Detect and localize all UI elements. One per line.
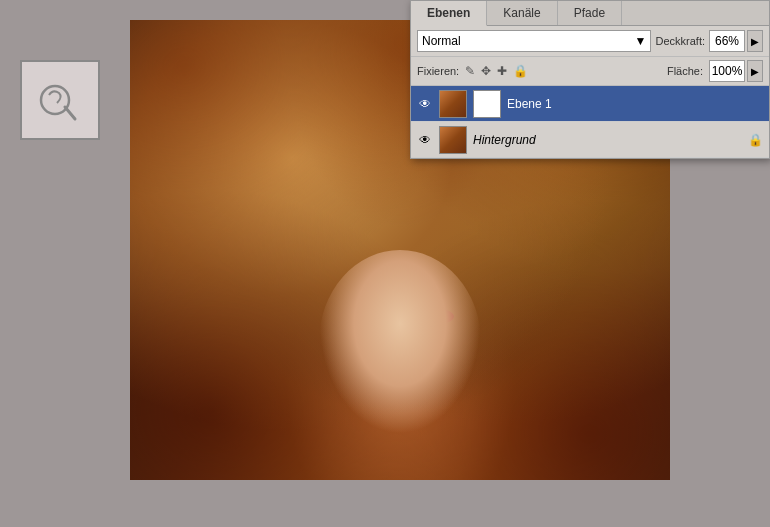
fix-label: Fixieren: <box>417 65 459 77</box>
opacity-value-group: 66% ▶ <box>709 30 763 52</box>
svg-point-0 <box>41 86 69 114</box>
tool-thumbnail <box>20 60 100 140</box>
fix-icon-lock[interactable]: 🔒 <box>513 64 528 78</box>
layer-row-hintergrund[interactable]: 👁 Hintergrund 🔒 <box>411 122 769 158</box>
photo-face <box>319 250 481 434</box>
layer-name-hintergrund: Hintergrund <box>473 133 742 147</box>
flaeche-value-group: 100% ▶ <box>709 60 763 82</box>
tab-ebenen[interactable]: Ebenen <box>411 1 487 26</box>
fix-row: Fixieren: ✎ ✥ ✚ 🔒 Fläche: 100% ▶ <box>411 57 769 86</box>
layer-thumb-hintergrund <box>439 126 467 154</box>
blend-mode-row: Normal ▼ Deckkraft: 66% ▶ <box>411 26 769 57</box>
layer-mask-ebene1 <box>473 90 501 118</box>
eye-icon-hintergrund[interactable]: 👁 <box>417 132 433 148</box>
tabs-row: Ebenen Kanäle Pfade <box>411 1 769 26</box>
layer-thumb-ebene1 <box>439 90 467 118</box>
tool-icon <box>35 75 85 125</box>
eye-icon-ebene1[interactable]: 👁 <box>417 96 433 112</box>
flaeche-input[interactable]: 100% <box>709 60 745 82</box>
blend-mode-arrow: ▼ <box>635 34 647 48</box>
layer-name-ebene1: Ebene 1 <box>507 97 763 111</box>
lock-icon-hintergrund: 🔒 <box>748 133 763 147</box>
tab-pfade[interactable]: Pfade <box>558 1 622 25</box>
blend-mode-value: Normal <box>422 34 461 48</box>
opacity-label: Deckkraft: <box>655 35 705 47</box>
opacity-input[interactable]: 66% <box>709 30 745 52</box>
opacity-arrow-button[interactable]: ▶ <box>747 30 763 52</box>
fix-icon-cross[interactable]: ✚ <box>497 64 507 78</box>
layer-row-ebene1[interactable]: 👁 Ebene 1 <box>411 86 769 122</box>
fix-icon-move[interactable]: ✥ <box>481 64 491 78</box>
fix-icon-paint[interactable]: ✎ <box>465 64 475 78</box>
layers-panel: Ebenen Kanäle Pfade Normal ▼ Deckkraft: … <box>410 0 770 159</box>
blend-mode-select[interactable]: Normal ▼ <box>417 30 651 52</box>
flaeche-label: Fläche: <box>667 65 703 77</box>
tab-kanaele[interactable]: Kanäle <box>487 1 557 25</box>
flaeche-arrow-button[interactable]: ▶ <box>747 60 763 82</box>
